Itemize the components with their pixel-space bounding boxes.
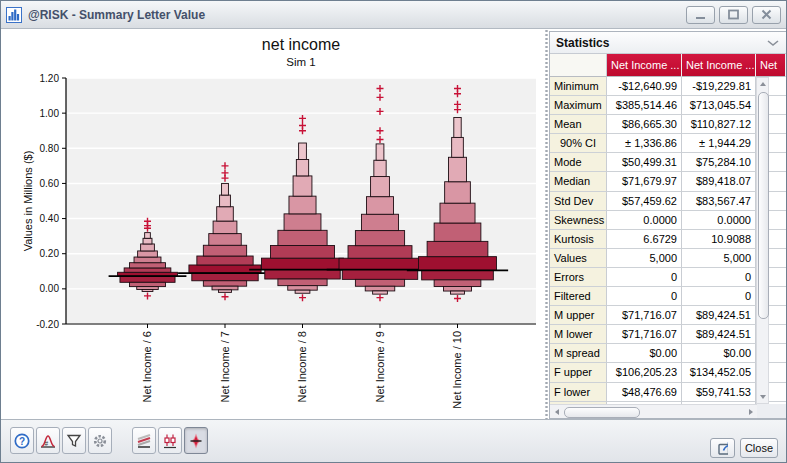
stats-cell: $106,205.23 bbox=[607, 363, 682, 382]
stats-cell: 5,000 bbox=[607, 249, 682, 268]
vertical-scroll-thumb[interactable] bbox=[758, 92, 769, 319]
stats-cell: 0 bbox=[682, 287, 756, 306]
horizontal-scroll-thumb[interactable] bbox=[564, 407, 640, 418]
help-icon: ? bbox=[13, 432, 31, 450]
stats-row: F lower$48,476.69$59,741.53 bbox=[550, 383, 786, 402]
stats-cell: 0 bbox=[682, 268, 756, 287]
stats-cell: $134,452.05 bbox=[682, 363, 756, 382]
stats-vertical-scrollbar[interactable] bbox=[756, 77, 769, 404]
stats-cell: $48,476.69 bbox=[607, 383, 682, 402]
stats-cell: $71,716.07 bbox=[607, 306, 682, 325]
stats-row: Errors00 bbox=[550, 268, 786, 287]
stats-cell: 0 bbox=[607, 287, 682, 306]
statistics-panel: Statistics Net Income ...Net Income ...N… bbox=[549, 31, 787, 419]
edit-export-button[interactable] bbox=[710, 438, 735, 458]
settings-button[interactable] bbox=[88, 427, 112, 454]
chevron-down-icon[interactable] bbox=[766, 39, 780, 47]
stats-cell: $89,424.51 bbox=[682, 325, 756, 344]
stats-cell: -$19,229.81 bbox=[682, 77, 756, 96]
stats-cell: 5,000 bbox=[682, 249, 756, 268]
svg-text:0.00: 0.00 bbox=[40, 283, 60, 294]
stats-cell: 0.0000 bbox=[607, 211, 682, 230]
stats-row: M lower$71,716.07$89,424.51 bbox=[550, 325, 786, 344]
stats-horizontal-scrollbar[interactable] bbox=[550, 404, 757, 418]
svg-text:Values in Millions ($): Values in Millions ($) bbox=[22, 151, 34, 252]
svg-text:?: ? bbox=[19, 435, 25, 446]
statistics-panel-header[interactable]: Statistics bbox=[550, 32, 786, 54]
summary-trend-chart-button[interactable] bbox=[132, 427, 156, 454]
stats-cell: $57,459.62 bbox=[607, 192, 682, 211]
svg-text:Sim 1: Sim 1 bbox=[286, 56, 315, 68]
filter-button[interactable] bbox=[62, 427, 86, 454]
close-window-button[interactable] bbox=[752, 6, 781, 24]
stats-cell: -$12,640.99 bbox=[607, 77, 682, 96]
trend-bands-icon bbox=[135, 432, 153, 450]
stats-cell: $89,418.07 bbox=[682, 172, 756, 191]
letter-value-plot-icon bbox=[187, 432, 205, 450]
maximize-button[interactable] bbox=[719, 6, 748, 24]
stats-row-label: Values bbox=[550, 249, 607, 268]
stats-cell: $71,716.07 bbox=[607, 325, 682, 344]
scroll-down-arrow[interactable] bbox=[757, 391, 768, 403]
stats-row: Mean$86,665.30$110,827.12 bbox=[550, 115, 786, 134]
title-bar[interactable]: @RISK - Summary Letter Value bbox=[1, 1, 786, 29]
stats-row-label: Filtered bbox=[550, 287, 607, 306]
stats-cell: $0.00 bbox=[682, 344, 756, 363]
summary-letter-value-chart: -0.200.000.200.400.600.801.001.20Net Inc… bbox=[1, 29, 544, 421]
summary-box-plot-button[interactable] bbox=[158, 427, 182, 454]
distribution-format-button[interactable]: # bbox=[36, 427, 60, 454]
svg-text:#: # bbox=[45, 439, 49, 446]
stats-row: Std Dev$57,459.62$83,567.47 bbox=[550, 192, 786, 211]
stats-row-label: Mean bbox=[550, 115, 607, 134]
stats-row: M spread$0.00$0.00 bbox=[550, 344, 786, 363]
summary-letter-value-button[interactable] bbox=[184, 427, 208, 454]
stats-cell: ± 1,336.86 bbox=[607, 134, 682, 153]
close-button[interactable]: Close bbox=[740, 438, 778, 458]
scroll-up-arrow[interactable] bbox=[757, 78, 768, 90]
stats-row-label: F upper bbox=[550, 363, 607, 382]
stats-row-label: M upper bbox=[550, 306, 607, 325]
help-button[interactable]: ? bbox=[10, 427, 34, 454]
scroll-left-arrow[interactable] bbox=[550, 405, 563, 418]
stats-row-label: Errors bbox=[550, 268, 607, 287]
statistics-table-header-row: Net Income ...Net Income ...Net bbox=[550, 54, 786, 77]
stats-row-label: M lower bbox=[550, 325, 607, 344]
stats-cell: $385,514.46 bbox=[607, 96, 682, 115]
risk-summary-window: @RISK - Summary Letter Value -0.200.000.… bbox=[0, 0, 787, 463]
stats-row-label: Maximum bbox=[550, 96, 607, 115]
stats-row-label: Std Dev bbox=[550, 192, 607, 211]
svg-text:0.40: 0.40 bbox=[40, 213, 60, 224]
stats-cell: $110,827.12 bbox=[682, 115, 756, 134]
stats-row: Maximum$385,514.46$713,045.54 bbox=[550, 96, 786, 115]
statistics-panel-title: Statistics bbox=[556, 36, 609, 50]
minimize-button[interactable] bbox=[686, 6, 715, 24]
stats-row-label: F lower bbox=[550, 383, 607, 402]
stats-row: Skewness0.00000.0000 bbox=[550, 211, 786, 230]
svg-text:Net Income / 9: Net Income / 9 bbox=[374, 331, 386, 403]
svg-text:1.20: 1.20 bbox=[40, 73, 60, 84]
bottom-toolbar: ? # bbox=[1, 419, 786, 462]
stats-cell: 6.6729 bbox=[607, 230, 682, 249]
stats-row-label: Kurtosis bbox=[550, 230, 607, 249]
stats-row-label: 90% CI bbox=[550, 134, 607, 153]
stats-row: Median$71,679.97$89,418.07 bbox=[550, 172, 786, 191]
stats-row: Minimum-$12,640.99-$19,229.81 bbox=[550, 77, 786, 96]
svg-text:0.20: 0.20 bbox=[40, 248, 60, 259]
stats-row: 90% CI± 1,336.86± 1,944.29 bbox=[550, 134, 786, 153]
risk-histogram-icon bbox=[6, 7, 22, 23]
stats-cell: $83,567.47 bbox=[682, 192, 756, 211]
stats-row: Mode$50,499.31$75,284.10 bbox=[550, 153, 786, 172]
settings-gear-icon bbox=[91, 432, 109, 450]
stats-cell: ± 1,944.29 bbox=[682, 134, 756, 153]
stats-cell: $75,284.10 bbox=[682, 153, 756, 172]
stats-row: Values5,0005,000 bbox=[550, 249, 786, 268]
svg-text:Net Income / 10: Net Income / 10 bbox=[451, 331, 463, 409]
stats-row-label: Minimum bbox=[550, 77, 607, 96]
scroll-right-arrow[interactable] bbox=[744, 405, 757, 418]
svg-text:0.60: 0.60 bbox=[40, 178, 60, 189]
stats-cell: $86,665.30 bbox=[607, 115, 682, 134]
svg-text:Net Income / 8: Net Income / 8 bbox=[296, 331, 308, 403]
filter-icon bbox=[65, 432, 83, 450]
stats-row-label: M spread bbox=[550, 344, 607, 363]
scrollbar-corner bbox=[757, 404, 786, 418]
